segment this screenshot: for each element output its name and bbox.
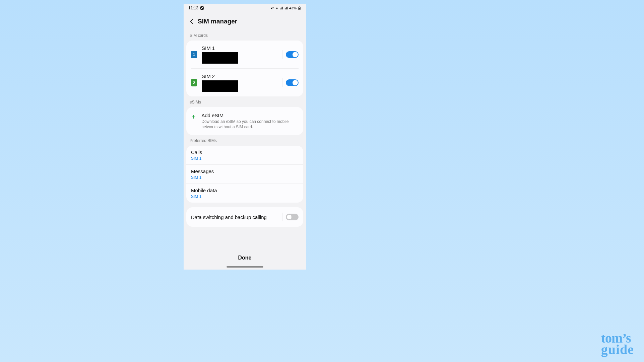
sim-carrier-2-redacted [202,80,238,92]
plus-icon: + [191,113,196,121]
svg-rect-9 [285,8,286,9]
signal-icon [280,6,283,10]
sim-name-1: SIM 1 [202,45,277,51]
page-header: SIM manager [184,12,306,30]
sim-carrier-1-redacted [202,52,238,64]
watermark-line2: guide [601,344,634,355]
pref-calls-row[interactable]: Calls SIM 1 [186,146,303,164]
esims-card: + Add eSIM Download an eSIM so you can c… [186,107,303,135]
image-icon [200,6,204,10]
status-bar: 11:13 43% [184,4,306,12]
pref-messages-title: Messages [191,168,299,174]
svg-rect-7 [282,6,283,9]
svg-rect-6 [281,7,282,9]
data-switching-card: Data switching and backup calling [186,207,303,227]
section-label-esims: eSIMs [186,96,303,107]
done-button[interactable]: Done [184,249,306,264]
divider [282,78,282,87]
page-title: SIM manager [198,18,237,25]
sim-cards-card: 1 SIM 1 2 SIM 2 [186,41,303,96]
pref-mobiledata-title: Mobile data [191,188,299,193]
sim-name-2: SIM 2 [202,73,277,79]
chevron-left-icon [189,18,195,25]
data-switching-toggle[interactable] [286,214,299,220]
mute-icon [270,6,274,10]
data-switching-label: Data switching and backup calling [191,214,282,220]
status-time: 11:13 [188,6,198,10]
svg-rect-5 [281,8,281,9]
svg-rect-14 [299,6,300,7]
pref-calls-value: SIM 1 [191,156,299,161]
pref-mobiledata-value: SIM 1 [191,194,299,199]
divider [282,50,282,59]
back-button[interactable] [188,18,196,25]
sim-row-1[interactable]: 1 SIM 1 [186,41,303,68]
pref-calls-title: Calls [191,149,299,155]
sim-row-2[interactable]: 2 SIM 2 [191,68,299,96]
battery-percent: 43% [289,6,297,10]
watermark-logo: tom’s guide [601,333,634,355]
add-esim-row[interactable]: + Add eSIM Download an eSIM so you can c… [186,107,303,135]
divider [282,213,282,221]
sim-2-toggle[interactable] [286,79,299,86]
add-esim-title: Add eSIM [201,113,299,118]
svg-rect-8 [285,8,285,9]
svg-rect-10 [286,7,286,9]
svg-rect-4 [280,8,280,9]
data-switching-row[interactable]: Data switching and backup calling [186,207,303,227]
signal-icon-2 [284,6,288,10]
add-esim-description: Download an eSIM so you can connect to m… [201,119,299,130]
sim-1-toggle[interactable] [286,51,299,58]
battery-icon [298,6,301,10]
pref-messages-value: SIM 1 [191,175,299,180]
pref-mobiledata-row[interactable]: Mobile data SIM 1 [186,184,303,203]
gesture-handle[interactable] [227,266,263,268]
svg-rect-13 [299,8,300,9]
preferred-sims-card: Calls SIM 1 Messages SIM 1 Mobile data S… [186,146,303,203]
content-area: SIM cards 1 SIM 1 2 SIM 2 [184,30,306,249]
wifi-icon [275,6,279,10]
svg-point-1 [201,7,202,8]
section-label-preferred: Preferred SIMs [186,135,303,146]
phone-screen: 11:13 43% SIM manager SIM cards 1 SIM 1 [184,4,306,270]
section-label-sim-cards: SIM cards [186,30,303,41]
pref-messages-row[interactable]: Messages SIM 1 [186,164,303,184]
sim-badge-1: 1 [191,51,197,58]
sim-badge-2: 2 [191,79,197,86]
svg-rect-11 [287,6,287,9]
